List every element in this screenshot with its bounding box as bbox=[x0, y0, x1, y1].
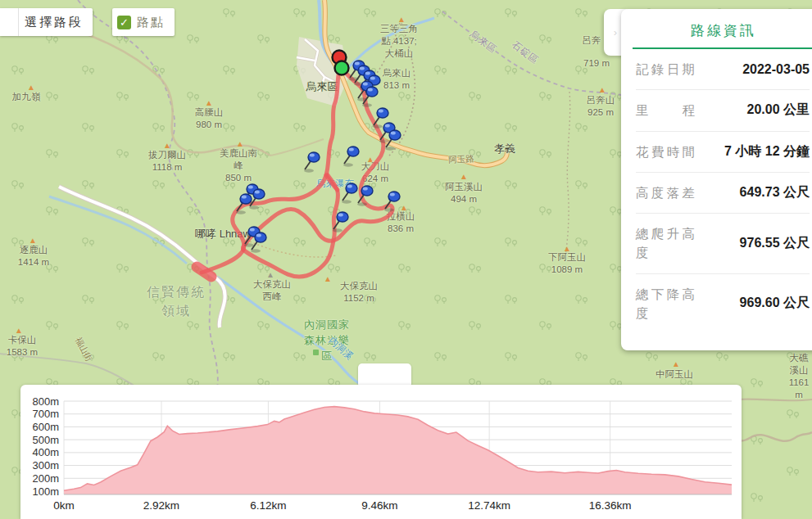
y-tick-label: 200m bbox=[32, 472, 59, 485]
toolbar-divider bbox=[18, 8, 19, 36]
waypoints-layer bbox=[236, 61, 401, 253]
y-tick-label: 300m bbox=[32, 459, 59, 472]
y-tick-label: 100m bbox=[32, 485, 59, 498]
panel-title: 路線資訊 bbox=[621, 9, 812, 47]
info-row: 里程20.00 公里 bbox=[636, 90, 810, 131]
x-tick-label: 16.36km bbox=[589, 499, 632, 512]
info-label: 總下降高度 bbox=[636, 285, 695, 323]
waypoint-checkbox-label: 路點 bbox=[137, 15, 165, 30]
info-value: 976.55 公尺 bbox=[695, 235, 810, 252]
info-row: 花費時間7 小時 12 分鐘 bbox=[636, 132, 810, 173]
waypoint-checkbox[interactable]: ✓ bbox=[117, 16, 131, 29]
waypoint-pin[interactable] bbox=[343, 147, 359, 167]
y-tick-label: 700m bbox=[32, 408, 59, 420]
waypoint-pin[interactable] bbox=[342, 183, 357, 204]
elevation-chart-panel: 100m200m300m400m500m600m700m800m0km2.92k… bbox=[20, 385, 742, 519]
y-tick-label: 600m bbox=[32, 421, 59, 433]
select-segment-button[interactable]: 選擇路段 bbox=[25, 15, 84, 30]
route-start-marker[interactable] bbox=[335, 61, 349, 75]
toolbar-segment-box: 選擇路段 bbox=[0, 8, 93, 36]
info-value: 2022-03-05 bbox=[695, 62, 810, 77]
info-row: 總下降高度969.60 公尺 bbox=[636, 274, 810, 334]
x-tick-label: 2.92km bbox=[143, 499, 179, 512]
gpx-route[interactable] bbox=[197, 65, 392, 277]
panel-rows: 記錄日期2022-03-05里程20.00 公里花費時間7 小時 12 分鐘高度… bbox=[621, 49, 812, 333]
info-label: 里程 bbox=[636, 101, 695, 120]
y-tick-label: 800m bbox=[32, 395, 59, 408]
toolbar-waypoint-box: ✓ 路點 bbox=[112, 8, 175, 36]
x-tick-label: 12.74km bbox=[468, 499, 510, 512]
elevation-chart[interactable]: 100m200m300m400m500m600m700m800m0km2.92k… bbox=[20, 385, 742, 519]
waypoint-pin[interactable] bbox=[304, 152, 320, 173]
info-row: 記錄日期2022-03-05 bbox=[636, 49, 810, 90]
info-row: 高度落差649.73 公尺 bbox=[636, 173, 810, 214]
x-tick-label: 0km bbox=[53, 499, 75, 512]
info-label: 記錄日期 bbox=[636, 60, 695, 79]
info-row: 總爬升高度976.55 公尺 bbox=[636, 214, 810, 274]
waypoint-pin[interactable] bbox=[384, 192, 400, 212]
elevation-area bbox=[64, 407, 732, 494]
info-label: 總爬升高度 bbox=[636, 224, 695, 263]
endpoint-markers bbox=[333, 51, 349, 75]
info-value: 649.73 公尺 bbox=[695, 184, 810, 201]
x-tick-label: 9.46km bbox=[361, 499, 397, 512]
info-value: 969.60 公尺 bbox=[695, 295, 810, 312]
info-label: 花費時間 bbox=[636, 142, 695, 161]
y-tick-label: 400m bbox=[32, 446, 59, 458]
app-window: ▲加九嶺▲高腰山 980 m▲拔刀爾山 1118 m▲美鹿山南 峰 850 m▲… bbox=[0, 0, 812, 519]
route-info-panel: 路線資訊 記錄日期2022-03-05里程20.00 公里花費時間7 小時 12… bbox=[621, 9, 812, 350]
x-tick-label: 6.12km bbox=[250, 499, 286, 512]
y-tick-label: 500m bbox=[32, 434, 59, 446]
check-icon: ✓ bbox=[120, 17, 129, 28]
info-label: 高度落差 bbox=[636, 183, 695, 202]
info-value: 7 小時 12 分鐘 bbox=[695, 143, 810, 160]
chevron-right-icon: › bbox=[614, 26, 617, 38]
info-value: 20.00 公里 bbox=[695, 102, 810, 119]
